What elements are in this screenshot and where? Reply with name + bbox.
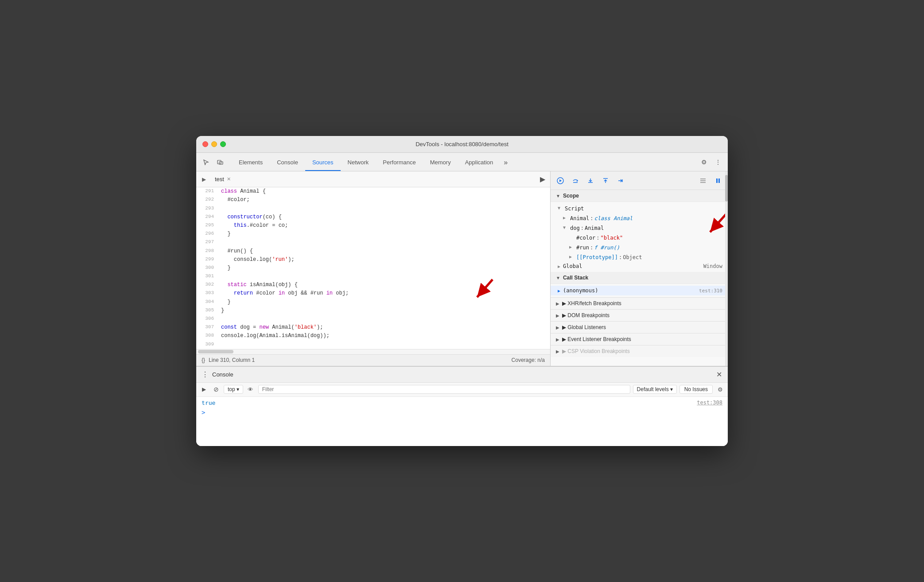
tab-application[interactable]: Application [458, 154, 501, 171]
code-line-296: 296 } [196, 230, 550, 238]
settings-icon[interactable]: ⚙ [698, 156, 710, 168]
event-listener-breakpoints-header[interactable]: ▶ ▶ Event Listener Breakpoints [551, 334, 728, 345]
tab-elements[interactable]: Elements [232, 154, 270, 171]
tab-performance[interactable]: Performance [376, 154, 423, 171]
no-issues-button[interactable]: No Issues [679, 385, 713, 394]
format-brackets-icon[interactable]: {} [202, 357, 205, 363]
code-line-301: 301 [196, 272, 550, 281]
status-position: Line 310, Column 1 [209, 357, 255, 363]
console-filter-bar: ▶ ⊘ top ▾ 👁 Default levels ▾ No Issues [196, 383, 728, 397]
xhr-breakpoints-header[interactable]: ▶ ▶ XHR/fetch Breakpoints [551, 298, 728, 309]
code-editor: 291 class Animal { 292 #color; 293 [196, 187, 550, 349]
scope-run-row[interactable]: ▶ #run : f #run() [551, 243, 728, 252]
editor-play-icon[interactable]: ▶ [537, 174, 548, 185]
console-run-icon[interactable]: ▶ [199, 384, 209, 394]
step-into-button[interactable] [584, 175, 597, 187]
minimize-button[interactable] [211, 141, 217, 147]
call-stack-section-header[interactable]: ▼ Call Stack [551, 272, 728, 284]
chevron-down-icon: ▾ [237, 386, 239, 392]
default-levels-button[interactable]: Default levels ▾ [633, 385, 677, 394]
console-settings-icon[interactable]: ⚙ [715, 384, 725, 394]
tab-sources[interactable]: Sources [305, 154, 341, 171]
dom-breakpoints-section: ▶ ▶ DOM Breakpoints [551, 309, 728, 321]
title-bar: DevTools - localhost:8080/demo/test [196, 136, 728, 153]
close-button[interactable] [202, 141, 208, 147]
code-line-300: 300 } [196, 264, 550, 272]
code-line-293: 293 [196, 205, 550, 213]
sources-panel: ▶ test ✕ ▶ 291 class Animal { [196, 171, 728, 366]
console-close-button[interactable]: ✕ [714, 369, 724, 380]
svg-rect-4 [718, 178, 720, 183]
tab-network[interactable]: Network [341, 154, 376, 171]
window-title: DevTools - localhost:8080/demo/test [415, 141, 509, 147]
devtools-window: DevTools - localhost:8080/demo/test Elem… [196, 136, 728, 446]
top-toolbar: Elements Console Sources Network Perform… [196, 153, 728, 171]
code-line-306: 306 [196, 315, 550, 323]
dom-breakpoints-header[interactable]: ▶ ▶ DOM Breakpoints [551, 310, 728, 321]
editor-tab-close[interactable]: ✕ [227, 176, 231, 182]
console-output: true test:308 > [196, 397, 728, 446]
devtools-container: Elements Console Sources Network Perform… [196, 153, 728, 446]
scope-script-header[interactable]: ▼ Script [551, 204, 728, 213]
console-context-selector[interactable]: top ▾ [224, 385, 243, 394]
svg-rect-3 [716, 178, 718, 183]
right-scrollbar-thumb[interactable] [725, 175, 728, 202]
console-filter-input[interactable] [258, 385, 630, 394]
pause-on-exceptions-button[interactable] [712, 175, 724, 187]
code-line-298: 298 #run() { [196, 247, 550, 256]
code-line-299: 299 console.log('run'); [196, 256, 550, 264]
code-line-292: 292 #color; [196, 196, 550, 204]
editor-status-bar: {} Line 310, Column 1 Coverage: n/a [196, 354, 550, 366]
scope-dog-row[interactable]: ▼ dog : Animal [551, 223, 728, 233]
editor-area: ▶ test ✕ ▶ 291 class Animal { [196, 171, 551, 366]
scope-arrow-icon: ▼ [556, 194, 560, 198]
toolbar-right: ⚙ ⋮ [698, 156, 724, 168]
console-clear-icon[interactable]: ⊘ [211, 384, 221, 394]
step-button[interactable] [614, 175, 627, 187]
script-run-icon[interactable]: ▶ [198, 174, 210, 185]
scope-global-row[interactable]: ▶ Global Window [551, 262, 728, 270]
scrollbar-thumb[interactable] [198, 350, 233, 353]
right-panel-scrollbar[interactable] [725, 171, 728, 366]
scope-content: ▼ Script ▶ Animal : class Animal ▼ [551, 202, 728, 272]
more-tabs-button[interactable]: » [500, 154, 511, 171]
csp-breakpoints-section: ▶ ▶ CSP Violation Breakpoints [551, 345, 728, 357]
console-toolbar: ⋮ Console ✕ [196, 367, 728, 383]
coverage-info: Coverage: n/a [512, 357, 545, 363]
scope-section-header[interactable]: ▼ Scope [551, 190, 728, 202]
device-toolbar-icon[interactable] [214, 156, 226, 168]
editor-tab-name: test [215, 176, 224, 182]
editor-tab-test[interactable]: test ✕ [210, 171, 236, 187]
tab-console[interactable]: Console [270, 154, 305, 171]
code-line-291: 291 class Animal { [196, 187, 550, 196]
call-stack-label: Call Stack [563, 275, 588, 281]
horizontal-scrollbar[interactable] [196, 349, 550, 354]
cursor-icon[interactable] [200, 156, 212, 168]
code-line-309: 309 [196, 341, 550, 349]
step-out-button[interactable] [599, 175, 612, 187]
csp-breakpoints-header[interactable]: ▶ ▶ CSP Violation Breakpoints [551, 345, 728, 357]
console-prompt[interactable]: > [196, 407, 728, 418]
console-menu-icon[interactable]: ⋮ [200, 369, 210, 380]
call-stack-content: ▶ (anonymous) test:310 [551, 284, 728, 297]
global-listeners-header[interactable]: ▶ ▶ Global Listeners [551, 322, 728, 333]
code-line-303: 303 return #color in obj && #run in obj; [196, 289, 550, 298]
scope-proto-row[interactable]: ▶ [[Prototype]] : Object [551, 252, 728, 262]
traffic-lights [202, 141, 226, 147]
code-line-305: 305 } [196, 307, 550, 315]
deactivate-breakpoints-icon[interactable] [697, 175, 709, 187]
code-line-308: 308 console.log(Animal.isAnimal(dog)); [196, 332, 550, 340]
scope-color-row: ▶ #color : "black" [551, 233, 728, 243]
step-over-button[interactable] [569, 175, 582, 187]
console-panel: ⋮ Console ✕ ▶ ⊘ top ▾ 👁 Default levels [196, 366, 728, 446]
tab-memory[interactable]: Memory [423, 154, 458, 171]
maximize-button[interactable] [220, 141, 226, 147]
xhr-breakpoints-section: ▶ ▶ XHR/fetch Breakpoints [551, 297, 728, 309]
scope-animal-row[interactable]: ▶ Animal : class Animal [551, 213, 728, 223]
more-options-icon[interactable]: ⋮ [712, 156, 724, 168]
console-true-output: true test:308 [196, 399, 728, 407]
call-stack-anonymous[interactable]: ▶ (anonymous) test:310 [551, 286, 728, 295]
resume-button[interactable] [554, 175, 567, 187]
code-line-307: 307 const dog = new Animal('black'); [196, 323, 550, 332]
console-eye-icon[interactable]: 👁 [246, 384, 256, 394]
